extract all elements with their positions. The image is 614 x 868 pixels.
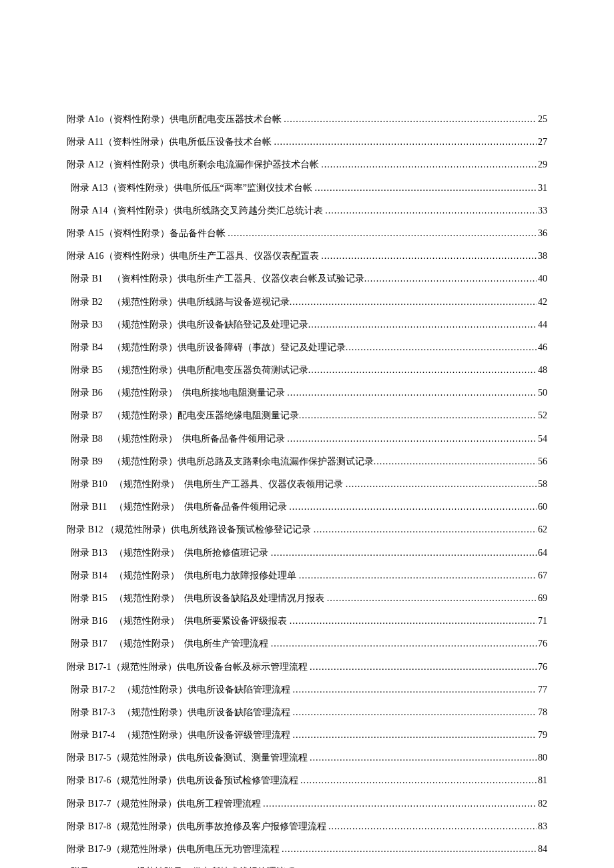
toc-entry: 附录 B1 （资料性附录）供电所生产工器具、仪器仪表台帐及试验记录 40 [67,273,547,285]
toc-entry-label: 附录 B17-5（规范性附录）供电所设备测试、测量管理流程 [67,752,310,764]
toc-entry-page: 80 [537,752,547,764]
toc-entry-label: 附录 B9 （规范性附录）供电所总路及支路剩余电流漏作保护器测试记录 [71,456,374,468]
toc-entry-label: 附录 B8 （规范性附录） 供电所备品备件领用记录 [71,433,287,445]
toc-entry-label: 附录 A14（资料性附录）供电所线路交叉跨越分类汇总统计表 [71,205,325,217]
toc-entry-page: 25 [537,113,547,125]
toc-entry-page: 84 [537,843,547,855]
toc-entry-page: 38 [537,250,547,262]
toc-leader-dots [293,707,537,719]
toc-entry: 附录 A11（资料性附录）供电所低压设备技术台帐 27 [67,136,547,148]
toc-entry: 附录 B6 （规范性附录） 供电所接地电阻测量记录 50 [67,387,547,399]
toc-entry-page: 54 [537,433,547,445]
toc-entry-page: 52 [537,410,547,422]
toc-entry-label: 附录 A12（资料性附录）供电所剩余电流漏作保护器技术台帐 [67,159,321,171]
toc-leader-dots [290,296,537,308]
toc-entry-label: 附录 B17 （规范性附录） 供电所生产管理流程 [71,638,271,650]
toc-entry: 附录 B2 （规范性附录）供电所线路与设备巡视记录 42 [67,296,547,308]
toc-entry: 附录 B16 （规范性附录） 供电所要紧设备评级报表 71 [67,615,547,627]
toc-leader-dots [321,159,537,171]
toc-leader-dots [374,456,537,468]
toc-leader-dots [290,615,537,627]
toc-entry-label: 附录 B17-7（规范性附录）供电所工程管理流程 [67,798,263,810]
toc-entry: 附录 A15（资料性附录）备品备件台帐 36 [67,228,547,240]
toc-entry: 附录 B10 （规范性附录） 供电所生产工器具、仪器仪表领用记录 58 [67,478,547,490]
toc-leader-dots [299,410,537,422]
toc-entry-page: 56 [537,456,547,468]
toc-entry-label: 附录 A15（资料性附录）备品备件台帐 [67,228,228,240]
toc-entry: 附录 A13（资料性附录）供电所低压“两率”监测仪技术台帐 31 [67,182,547,194]
toc-entry: 附录 B17 （规范性附录） 供电所生产管理流程 76 [67,638,547,650]
toc-leader-dots [346,342,537,354]
toc-entry-page: 79 [537,729,547,741]
toc-entry-label: 附录 B2 （规范性附录）供电所线路与设备巡视记录 [71,296,290,308]
toc-entry: 附录 B8 （规范性附录） 供电所备品备件领用记录 54 [67,433,547,445]
toc-entry: 附录 B11 （规范性附录） 供电所备品备件领用记录 60 [67,501,547,513]
toc-entry-page: 83 [537,821,547,833]
toc-entry-label: 附录 B11 （规范性附录） 供电所备品备件领用记录 [71,501,289,513]
toc-leader-dots [315,182,537,194]
toc-entry: 附录 B17-8（规范性附录）供电所事故抢修及客户报修管理流程 83 [67,821,547,833]
toc-entry-label: 附录 B7 （规范性附录）配电变压器绝缘电阻测量记录 [71,410,299,422]
toc-entry: 附录 B12 （规范性附录）供电所线路设备预试检修登记记录 62 [67,524,547,536]
toc-leader-dots [228,228,537,240]
toc-entry-page: 50 [537,387,547,399]
toc-entry-page: 60 [537,501,547,513]
toc-entry-page: 77 [537,684,547,696]
toc-leader-dots [293,729,537,741]
toc-entry: 附录 B14 （规范性附录） 供电所电力故障报修处理单 67 [67,570,547,582]
toc-leader-dots [293,684,537,696]
toc-leader-dots [310,661,537,673]
toc-leader-dots [346,478,537,490]
toc-entry-label: 附录 B3 （规范性附录）供电所设备缺陷登记及处理记录 [71,319,308,331]
toc-entry-label: 附录 B17-4 （规范性附录）供电所设备评级管理流程 [71,729,293,741]
toc-leader-dots [287,387,537,399]
toc-entry-page: 58 [537,478,547,490]
toc-entry: 附录 B13 （规范性附录） 供电所抢修值班记录 64 [67,547,547,559]
toc-entry-label: 附录 B1 （资料性附录）供电所生产工器具、仪器仪表台帐及试验记录 [71,273,364,285]
toc-entry-label: 附录 B6 （规范性附录） 供电所接地电阻测量记录 [71,387,287,399]
toc-entry-label: 附录 B17-8（规范性附录）供电所事故抢修及客户报修管理流程 [67,821,328,833]
toc-leader-dots [271,547,537,559]
toc-entry: 附录 B17-9（规范性附录）供电所电压无功管理流程 84 [67,843,547,855]
toc-entry: 附录 A16（资料性附录）供电所生产工器具、仪器仪表配置表 38 [67,250,547,262]
toc-entry-label: 附录 B17-3 （规范性附录）供电所设备缺陷管理流程 [71,707,293,719]
toc-entry-label: 附录 B15 （规范性附录） 供电所设备缺陷及处理情况月报表 [71,592,327,604]
toc-entry-page: 76 [537,661,547,673]
toc-entry: 附录 B4 （规范性附录）供电所设备障碍（事故）登记及处理记录 46 [67,342,547,354]
toc-leader-dots [287,433,537,445]
toc-leader-dots [327,592,537,604]
toc-entry-label: 附录 B14 （规范性附录） 供电所电力故障报修处理单 [71,570,299,582]
toc-entry-page: 42 [537,296,547,308]
toc-entry-page: 33 [537,205,547,217]
toc-leader-dots [271,638,537,650]
toc-entry-label: 附录 B17-6（规范性附录）供电所设备预试检修管理流程 [67,775,300,787]
toc-entry-label: 附录 A11（资料性附录）供电所低压设备技术台帐 [67,136,274,148]
toc-entry: 附录 B17-2 （规范性附录）供电所设备缺陷管理流程 77 [67,684,547,696]
toc-entry: 附录 B7 （规范性附录）配电变压器绝缘电阻测量记录52 [67,410,547,422]
toc-leader-dots [282,843,537,855]
toc-entry-page: 48 [537,364,547,376]
toc-entry: 附录 B15 （规范性附录） 供电所设备缺陷及处理情况月报表 69 [67,592,547,604]
toc-entry-page: 78 [537,707,547,719]
toc-entry: 附录 B17-4 （规范性附录）供电所设备评级管理流程 79 [67,729,547,741]
toc-entry-page: 67 [537,570,547,582]
toc-entry-page: 76 [537,638,547,650]
toc-entry: 附录 A12（资料性附录）供电所剩余电流漏作保护器技术台帐 29 [67,159,547,171]
toc-entry-page: 40 [537,273,547,285]
toc-entry-page: 36 [537,228,547,240]
toc-leader-dots [325,205,537,217]
toc-leader-dots [300,775,537,787]
toc-entry: 附录 B17-3 （规范性附录）供电所设备缺陷管理流程 78 [67,707,547,719]
toc-entry-label: 附录 A1o（资料性附录）供电所配电变压器技术台帐 [67,113,284,125]
toc-entry-label: 附录 B17-1（规范性附录）供电所设备台帐及标示管理流程 [67,661,310,673]
toc-entry: 附录 B5 （规范性附录）供电所配电变压器负荷测试记录 48 [67,364,547,376]
toc-entry-label: 附录 B5 （规范性附录）供电所配电变压器负荷测试记录 [71,364,308,376]
table-of-contents: 附录 A1o（资料性附录）供电所配电变压器技术台帐 25附录 A11（资料性附录… [67,113,547,868]
toc-entry-page: 71 [537,615,547,627]
toc-entry: 附录 B3 （规范性附录）供电所设备缺陷登记及处理记录 44 [67,319,547,331]
toc-entry-page: 29 [537,159,547,171]
toc-entry-page: 62 [537,524,547,536]
toc-entry-label: 附录 A13（资料性附录）供电所低压“两率”监测仪技术台帐 [71,182,315,194]
toc-leader-dots [289,501,537,513]
toc-entry-label: 附录 B4 （规范性附录）供电所设备障碍（事故）登记及处理记录 [71,342,346,354]
